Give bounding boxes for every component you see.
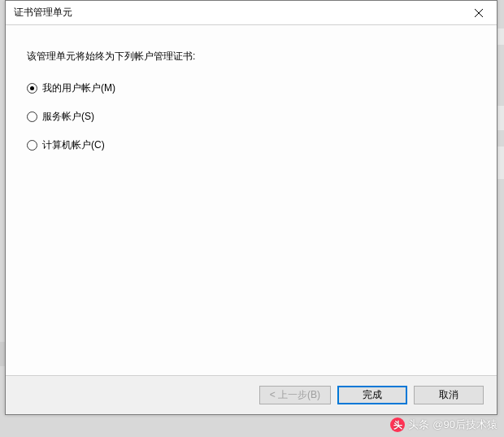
radio-icon xyxy=(27,83,37,94)
certificate-snapin-dialog: 证书管理单元 该管理单元将始终为下列帐户管理证书: 我的用户帐户(M) 服务帐户… xyxy=(5,0,497,415)
radio-my-user-account[interactable]: 我的用户帐户(M) xyxy=(27,81,476,95)
cancel-button[interactable]: 取消 xyxy=(414,386,484,404)
close-icon xyxy=(475,9,483,17)
bg-decoration xyxy=(497,28,504,45)
watermark: 头 头条 @90后技术猿 xyxy=(390,417,497,432)
dialog-footer: < 上一步(B) 完成 取消 xyxy=(6,375,497,414)
dialog-title: 证书管理单元 xyxy=(14,6,72,20)
finish-button[interactable]: 完成 xyxy=(337,386,407,404)
account-radio-group: 我的用户帐户(M) 服务帐户(S) 计算机帐户(C) xyxy=(27,81,476,152)
bg-decoration xyxy=(497,106,504,130)
radio-icon xyxy=(27,140,37,151)
instruction-text: 该管理单元将始终为下列帐户管理证书: xyxy=(27,50,476,63)
radio-icon xyxy=(27,111,37,122)
titlebar: 证书管理单元 xyxy=(6,1,497,25)
radio-label: 服务帐户(S) xyxy=(42,110,94,124)
bg-decoration xyxy=(497,146,504,179)
back-button: < 上一步(B) xyxy=(259,386,331,404)
radio-label: 计算机帐户(C) xyxy=(42,138,105,152)
watermark-prefix: 头条 xyxy=(408,417,429,432)
radio-service-account[interactable]: 服务帐户(S) xyxy=(27,110,476,124)
radio-label: 我的用户帐户(M) xyxy=(42,81,115,95)
watermark-handle: @90后技术猿 xyxy=(432,417,497,432)
dialog-content: 该管理单元将始终为下列帐户管理证书: 我的用户帐户(M) 服务帐户(S) 计算机… xyxy=(6,25,497,375)
radio-computer-account[interactable]: 计算机帐户(C) xyxy=(27,138,476,152)
watermark-icon: 头 xyxy=(390,417,405,432)
close-button[interactable] xyxy=(460,1,497,24)
